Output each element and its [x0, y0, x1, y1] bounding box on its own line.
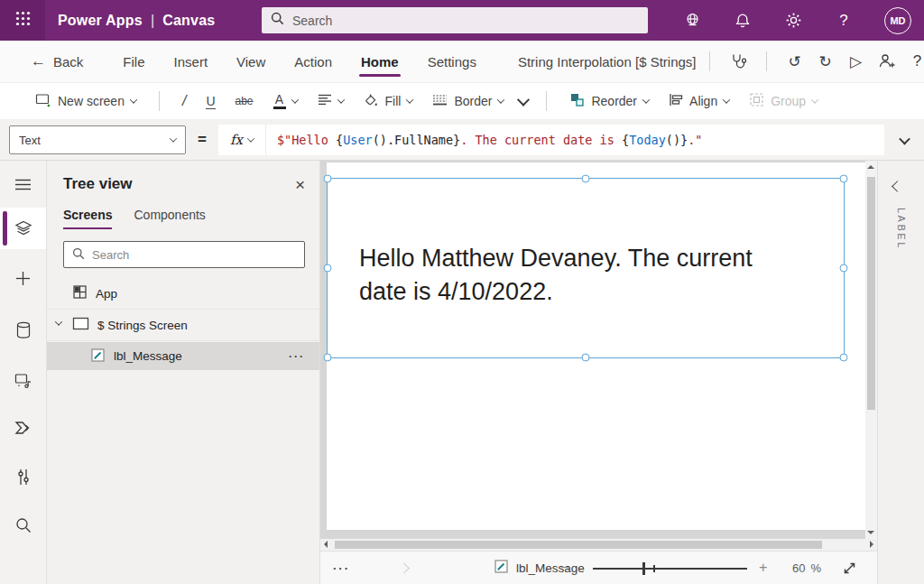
align-button[interactable]: Align [659, 87, 739, 116]
underline-button[interactable]: U [196, 87, 225, 116]
menu-item-insert[interactable]: Insert [160, 41, 223, 83]
menu-item-view[interactable]: View [222, 41, 280, 83]
zoom-out-button[interactable]: − [560, 552, 568, 584]
tree-row-screen[interactable]: $ Strings Screen [47, 311, 319, 339]
menu-bar-actions: ↺ ↻ ▷ ? [697, 48, 924, 75]
resize-handle-e[interactable] [840, 264, 848, 273]
chevron-down-icon [247, 134, 254, 142]
resize-handle-s[interactable] [582, 354, 590, 362]
rail-search-icon[interactable] [0, 507, 46, 543]
tree-row-app[interactable]: App [47, 279, 319, 308]
app-checker-icon[interactable] [723, 48, 753, 75]
search-input[interactable] [292, 14, 639, 28]
fit-to-window-icon[interactable] [842, 552, 857, 584]
brand-name[interactable]: Power Apps [58, 13, 143, 29]
menu-item-settings[interactable]: Settings [413, 41, 491, 83]
tree-view-header: Tree view × [47, 161, 319, 193]
formula-expression[interactable]: $"Hello {User().FullName}. The current d… [266, 133, 702, 147]
more-formatting-chevron-icon[interactable] [517, 94, 530, 107]
rail-media-icon[interactable] [0, 363, 46, 399]
rail-advanced-tools-icon[interactable] [0, 459, 46, 495]
settings-gear-icon[interactable] [783, 11, 803, 31]
environment-icon[interactable] [682, 11, 702, 31]
rail-tree-view-icon[interactable] [0, 210, 46, 246]
menu-item-file[interactable]: File [108, 41, 159, 83]
scroll-right-arrow[interactable] [870, 541, 873, 548]
canvas-column: Hello Matthew Devaney. The current date … [320, 161, 877, 584]
expand-formula-bar-button[interactable] [884, 136, 924, 144]
app-launcher-button[interactable] [0, 0, 45, 41]
group-icon [749, 92, 764, 110]
app-screen-page[interactable]: Hello Matthew Devaney. The current date … [327, 162, 865, 530]
expand-rail-hamburger-icon[interactable] [0, 166, 46, 202]
vertical-scrollbar[interactable] [865, 161, 877, 539]
chevron-down-icon[interactable] [55, 318, 62, 325]
rail-power-automate-icon[interactable] [0, 410, 46, 446]
scroll-left-arrow[interactable] [324, 541, 328, 548]
selected-label-control[interactable]: Hello Matthew Devaney. The current date … [327, 178, 845, 358]
resize-handle-w[interactable] [324, 264, 332, 273]
fx-button[interactable]: fx [218, 125, 266, 155]
label-control-icon [90, 348, 106, 366]
scroll-down-arrow[interactable] [867, 531, 874, 534]
redo-icon[interactable]: ↻ [810, 48, 841, 75]
text-align-button[interactable] [308, 87, 354, 116]
vertical-scroll-thumb[interactable] [867, 177, 875, 410]
fill-button[interactable]: Fill [354, 87, 423, 116]
tab-components[interactable]: Components [134, 208, 205, 229]
close-icon[interactable]: × [295, 176, 305, 193]
font-color-button[interactable]: A [263, 87, 308, 116]
divider [47, 340, 319, 341]
undo-icon[interactable]: ↺ [780, 48, 810, 75]
horizontal-scrollbar[interactable] [320, 539, 877, 551]
scroll-up-arrow[interactable] [867, 165, 874, 169]
italic-button[interactable]: / [172, 87, 196, 116]
tree-row-label-control[interactable]: lbl_Message ··· [47, 342, 319, 370]
help-icon[interactable]: ? [834, 11, 854, 31]
resize-handle-nw[interactable] [324, 175, 332, 183]
zoom-in-button[interactable]: + [759, 552, 767, 584]
back-button[interactable]: ← Back [31, 52, 83, 70]
rail-insert-plus-icon[interactable] [0, 260, 46, 296]
tab-screens[interactable]: Screens [63, 208, 112, 229]
formula-function-segment: User [343, 133, 373, 147]
selected-control-breadcrumb[interactable]: lbl_Message [494, 552, 585, 584]
property-selector[interactable]: Text [9, 125, 186, 154]
tree-search-input[interactable] [92, 248, 296, 262]
reorder-button[interactable]: Reorder [559, 87, 659, 116]
canvas-background[interactable]: Hello Matthew Devaney. The current date … [320, 161, 865, 539]
menu-item-action[interactable]: Action [280, 41, 346, 83]
border-button[interactable]: Border [422, 87, 513, 116]
resize-handle-sw[interactable] [324, 354, 332, 362]
row-more-options-icon[interactable]: ··· [289, 350, 305, 363]
resize-handle-n[interactable] [582, 175, 590, 183]
status-more-options-icon[interactable]: ··· [333, 552, 350, 584]
formula-punctuation-segment: ().FullName} [373, 133, 461, 147]
top-bar: Power Apps | Canvas [0, 0, 924, 41]
horizontal-scroll-thumb[interactable] [335, 541, 822, 549]
label-control-icon [494, 559, 509, 577]
play-preview-icon[interactable]: ▷ [841, 48, 872, 75]
avatar[interactable]: MD [884, 7, 911, 34]
formula-input-bar[interactable]: fx $"Hello {User().FullName}. The curren… [218, 125, 884, 155]
zoom-slider[interactable] [593, 568, 747, 570]
strikethrough-button[interactable]: abe [226, 87, 263, 116]
resize-handle-ne[interactable] [840, 175, 848, 183]
global-search[interactable] [262, 7, 648, 33]
menu-item-home[interactable]: Home [346, 41, 413, 83]
rail-data-icon[interactable] [0, 312, 46, 348]
share-person-add-icon[interactable] [872, 48, 902, 75]
control-type-label: LABEL [896, 208, 907, 250]
text-align-icon [318, 94, 332, 108]
tree-search-box[interactable] [63, 241, 305, 268]
zoom-value: 60 [792, 561, 805, 575]
expand-panel-chevron-icon[interactable] [892, 181, 903, 192]
resize-handle-se[interactable] [840, 354, 848, 362]
notifications-icon[interactable] [733, 11, 753, 31]
zoom-slider-tick [653, 565, 655, 572]
border-icon [432, 94, 448, 109]
zoom-slider-thumb[interactable] [642, 562, 645, 575]
label-text[interactable]: Hello Matthew Devaney. The current date … [359, 242, 790, 309]
help-icon[interactable]: ? [902, 48, 924, 75]
new-screen-button[interactable]: New screen [25, 87, 146, 116]
